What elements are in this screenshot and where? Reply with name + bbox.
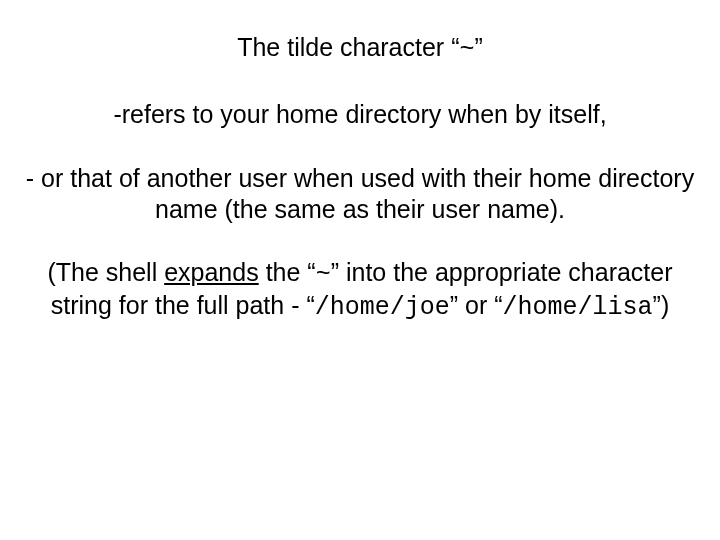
- tilde-char: ~: [459, 35, 474, 64]
- title-text-1: The tilde character “: [237, 33, 459, 61]
- p3-text-4: ” or “: [450, 291, 503, 319]
- bullet-2: - or that of another user when used with…: [18, 163, 702, 226]
- title-text-2: ”: [475, 33, 483, 61]
- slide: The tilde character “~” -refers to your …: [0, 0, 720, 540]
- p3-text-2: the “: [259, 258, 316, 286]
- p3-expands: expands: [164, 258, 259, 286]
- p3-path1: /home/joe: [315, 293, 450, 322]
- p3-text-5: ”): [653, 291, 670, 319]
- p3-text-1: (The shell: [47, 258, 164, 286]
- p3-path2: /home/lisa: [503, 293, 653, 322]
- paragraph-3: (The shell expands the “~” into the appr…: [18, 257, 702, 324]
- bullet-1: -refers to your home directory when by i…: [18, 99, 702, 130]
- title-line: The tilde character “~”: [18, 32, 702, 65]
- p3-tilde: ~: [316, 260, 331, 289]
